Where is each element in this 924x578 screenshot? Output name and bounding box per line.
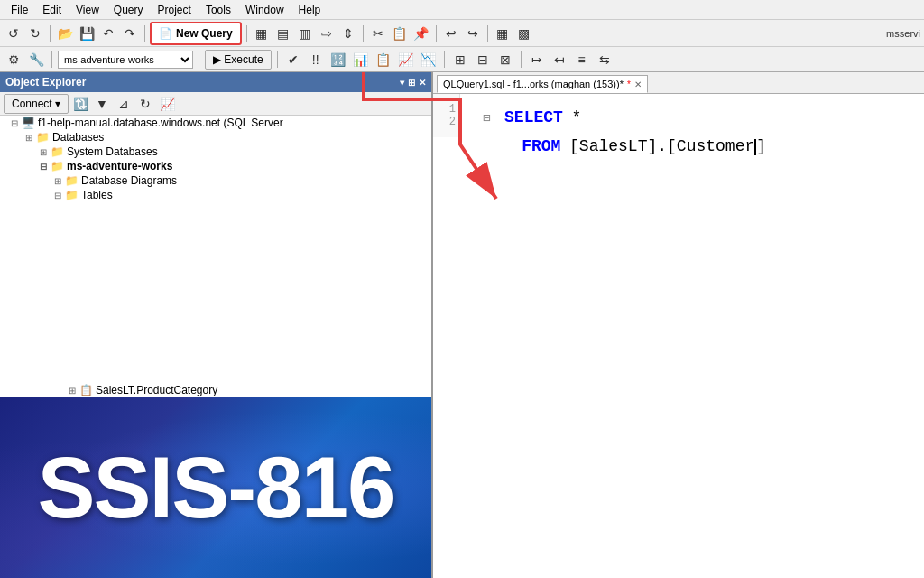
star-operator: * bbox=[571, 108, 581, 126]
tb2-layout1[interactable]: ⊞ bbox=[450, 50, 470, 70]
tree-server-node[interactable]: ⊟ 🖥️ f1-help-manual.database.windows.net… bbox=[0, 116, 431, 130]
banner-spacer bbox=[0, 202, 431, 383]
tb-btn-2[interactable]: ▤ bbox=[273, 23, 293, 43]
dock-icon[interactable]: ⊞ bbox=[408, 78, 415, 88]
sep-t2-4 bbox=[444, 51, 445, 68]
undo2-button[interactable]: ↩ bbox=[441, 23, 461, 43]
tb2-wrap[interactable]: ⇆ bbox=[595, 50, 614, 70]
menu-project[interactable]: Project bbox=[151, 2, 199, 18]
separator5 bbox=[436, 25, 437, 42]
new-query-button[interactable]: 📄 New Query bbox=[150, 22, 242, 45]
tb-misc2[interactable]: ▩ bbox=[514, 23, 534, 43]
expand-diagrams-icon: ⊞ bbox=[51, 176, 65, 186]
object-explorer-header: Object Explorer ▾ ⊞ ✕ bbox=[0, 72, 431, 92]
query-tab-modified: * bbox=[627, 79, 631, 89]
tb2-misc4[interactable]: 📈 bbox=[396, 50, 416, 70]
line-numbers: 1 2 bbox=[433, 94, 460, 137]
menu-query[interactable]: Query bbox=[106, 2, 151, 18]
new-query-icon: 📄 bbox=[159, 27, 172, 40]
open-button[interactable]: 📂 bbox=[55, 23, 75, 43]
databases-icon: 📁 bbox=[36, 131, 50, 144]
tb2-misc1[interactable]: 🔢 bbox=[328, 50, 348, 70]
tb-btn-5[interactable]: ⇕ bbox=[338, 23, 358, 43]
menu-file[interactable]: File bbox=[4, 2, 35, 18]
diagrams-icon: 📁 bbox=[65, 174, 79, 187]
table-icon: 📋 bbox=[79, 384, 93, 396]
sep-t2-3 bbox=[277, 51, 278, 68]
table-identifier: [SalesLT].[Customer bbox=[569, 137, 754, 155]
query-tab[interactable]: QLQuery1.sql - f1...orks (maghan (153))*… bbox=[437, 75, 648, 93]
pin-icon[interactable]: ▾ bbox=[400, 78, 404, 88]
separator1 bbox=[50, 25, 51, 42]
tables-icon: 📁 bbox=[65, 189, 79, 201]
query-code-area[interactable]: 1 2 ⊟ SELECT * FROM [SalesLT].[Customer] bbox=[433, 94, 924, 578]
diagrams-label: Database Diagrams bbox=[81, 174, 177, 187]
keyword-from: FROM bbox=[483, 137, 560, 155]
execute-button[interactable]: ▶ Execute bbox=[205, 50, 272, 70]
tree-databases-node[interactable]: ⊞ 📁 Databases bbox=[0, 130, 431, 144]
tb2-btn2[interactable]: 🔧 bbox=[26, 50, 46, 70]
code-line-2: FROM [SalesLT].[Customer] bbox=[483, 132, 910, 161]
menu-tools[interactable]: Tools bbox=[199, 2, 238, 18]
query-tab-label: QLQuery1.sql - f1...orks (maghan (153))* bbox=[443, 79, 624, 89]
query-tab-bar: QLQuery1.sql - f1...orks (maghan (153))*… bbox=[433, 72, 924, 94]
close-icon[interactable]: ✕ bbox=[419, 78, 426, 88]
menu-view[interactable]: View bbox=[69, 2, 106, 18]
oe-toolbar: Connect ▾ 🔃 ▼ ⊿ ↻ 📈 bbox=[0, 92, 431, 116]
redo-button[interactable]: ↷ bbox=[120, 23, 140, 43]
tb-btn-1[interactable]: ▦ bbox=[252, 23, 272, 43]
tb-misc1[interactable]: ▦ bbox=[493, 23, 513, 43]
paste-button[interactable]: 📌 bbox=[411, 23, 431, 43]
list-item[interactable]: ⊞ 📋 SalesLT.ProductCategory bbox=[0, 383, 431, 397]
tree-db-node[interactable]: ⊟ 📁 ms-adventure-works bbox=[0, 159, 431, 173]
expand-server-icon: ⊟ bbox=[7, 118, 22, 128]
cut-button[interactable]: ✂ bbox=[368, 23, 388, 43]
tb2-misc5[interactable]: 📉 bbox=[419, 50, 439, 70]
tb-btn-3[interactable]: ▥ bbox=[295, 23, 315, 43]
tb2-indent[interactable]: ↦ bbox=[527, 50, 547, 70]
toolbar1: ↺ ↻ 📂 💾 ↶ ↷ 📄 New Query ▦ ▤ ▥ ⇨ ⇕ ✂ 📋 📌 … bbox=[0, 20, 924, 47]
redo2-button[interactable]: ↪ bbox=[463, 23, 483, 43]
connect-button[interactable]: Connect ▾ bbox=[4, 94, 69, 114]
database-selector[interactable]: ms-adventure-works bbox=[58, 51, 193, 69]
oe-filter2-button[interactable]: ⊿ bbox=[114, 94, 134, 114]
expand-db-icon: ⊟ bbox=[36, 162, 51, 172]
ssis-text: SSIS-816 bbox=[38, 438, 394, 537]
oe-filter-button[interactable]: ▼ bbox=[92, 94, 112, 114]
object-explorer-panel: Object Explorer ▾ ⊞ ✕ Connect ▾ 🔃 ▼ ⊿ ↻ … bbox=[0, 72, 433, 578]
ssis-banner: SSIS-816 bbox=[0, 397, 431, 578]
tb2-misc2[interactable]: 📊 bbox=[351, 50, 371, 70]
tb-btn-4[interactable]: ⇨ bbox=[317, 23, 337, 43]
menu-help[interactable]: Help bbox=[291, 2, 328, 18]
menu-bar: File Edit View Query Project Tools Windo… bbox=[0, 0, 924, 20]
tree-db-diagrams-node[interactable]: ⊞ 📁 Database Diagrams bbox=[0, 173, 431, 188]
back-button[interactable]: ↺ bbox=[4, 23, 23, 43]
tb2-check[interactable]: ✔ bbox=[283, 50, 303, 70]
tree-system-db-node[interactable]: ⊞ 📁 System Databases bbox=[0, 144, 431, 159]
sep-t2-1 bbox=[51, 51, 52, 68]
keyword-select: SELECT bbox=[504, 108, 563, 126]
tb2-outdent[interactable]: ↤ bbox=[550, 50, 569, 70]
tb2-misc3[interactable]: 📋 bbox=[374, 50, 393, 70]
query-tab-close-button[interactable]: ✕ bbox=[634, 79, 642, 89]
menu-edit[interactable]: Edit bbox=[35, 2, 69, 18]
main-layout: Object Explorer ▾ ⊞ ✕ Connect ▾ 🔃 ▼ ⊿ ↻ … bbox=[0, 72, 924, 578]
menu-window[interactable]: Window bbox=[238, 2, 291, 18]
save-button[interactable]: 💾 bbox=[77, 23, 97, 43]
tb2-parse[interactable]: !! bbox=[306, 50, 326, 70]
tb2-align[interactable]: ≡ bbox=[572, 50, 592, 70]
tb2-layout2[interactable]: ⊟ bbox=[473, 50, 493, 70]
toolbar2: ⚙ 🔧 ms-adventure-works ▶ Execute ✔ !! 🔢 … bbox=[0, 47, 924, 72]
tree-tables-node[interactable]: ⊟ 📁 Tables bbox=[0, 188, 431, 202]
oe-refresh-button[interactable]: 🔃 bbox=[70, 94, 90, 114]
oe-sync-button[interactable]: ↻ bbox=[135, 94, 155, 114]
forward-button[interactable]: ↻ bbox=[25, 23, 45, 43]
separator4 bbox=[363, 25, 364, 42]
oe-activity-button[interactable]: 📈 bbox=[157, 94, 177, 114]
undo-button[interactable]: ↶ bbox=[98, 23, 118, 43]
tb2-btn1[interactable]: ⚙ bbox=[4, 50, 23, 70]
collapse-icon: ⊟ bbox=[483, 111, 490, 126]
tb2-layout3[interactable]: ⊠ bbox=[495, 50, 515, 70]
copy-button[interactable]: 📋 bbox=[390, 23, 410, 43]
sysdb-icon: 📁 bbox=[51, 145, 64, 158]
